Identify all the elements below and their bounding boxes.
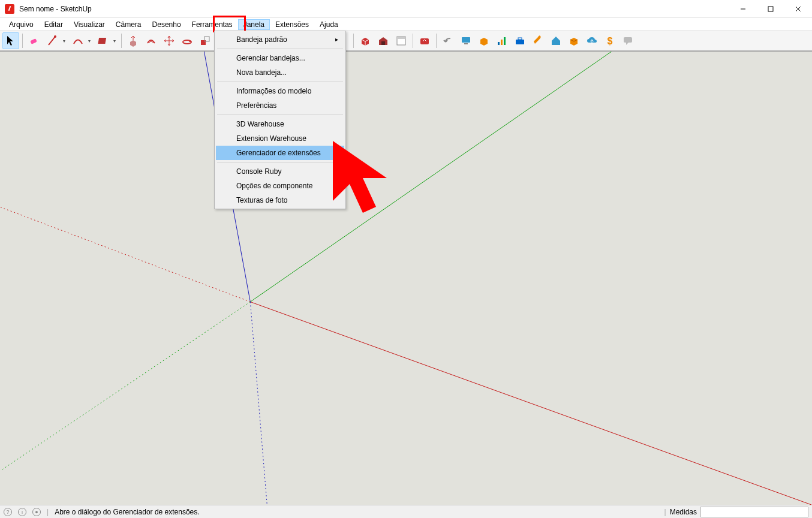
status-separator: | — [47, 508, 49, 516]
toolbar-separator — [121, 34, 122, 48]
menu-item-label: Extension Warehouse — [236, 134, 306, 143]
svg-rect-21 — [462, 37, 470, 43]
svg-rect-27 — [518, 38, 522, 40]
svg-text:$: $ — [608, 36, 613, 46]
tool-tool[interactable] — [530, 32, 546, 49]
tool-move[interactable] — [161, 32, 178, 49]
svg-point-5 — [54, 35, 56, 38]
svg-rect-6 — [98, 38, 106, 44]
menu-ferramentas[interactable]: Ferramentas — [187, 19, 238, 30]
menu-extensoes[interactable]: Extensões — [270, 19, 314, 30]
svg-line-32 — [250, 302, 811, 505]
menu-item-extension-warehouse[interactable]: Extension Warehouse — [216, 131, 344, 146]
toolbar-separator — [436, 34, 437, 48]
menu-camera[interactable]: Câmera — [110, 19, 147, 30]
svg-rect-1 — [768, 7, 773, 11]
svg-line-34 — [1, 302, 250, 471]
menu-item-label: 3D Warehouse — [236, 120, 284, 128]
svg-rect-8 — [201, 40, 206, 45]
menu-janela[interactable]: Janela — [238, 19, 270, 30]
tool-package[interactable] — [476, 32, 492, 49]
menu-separator — [217, 49, 343, 49]
tool-dollar[interactable]: $ — [602, 32, 618, 49]
window-controls — [729, 0, 812, 18]
tool-component[interactable] — [357, 32, 374, 49]
status-geo-icon[interactable]: ● — [32, 508, 41, 516]
tool-scale[interactable] — [197, 32, 213, 49]
tool-eraser[interactable] — [26, 32, 43, 49]
toolbar-separator — [353, 34, 354, 48]
menu-item-bandeja-padrao[interactable]: Bandeja padrão ▸ — [216, 32, 344, 47]
menu-item-console-ruby[interactable]: Console Ruby — [216, 164, 344, 179]
svg-rect-25 — [504, 37, 506, 45]
toolbar-separator — [413, 34, 413, 48]
tool-arc-dropdown[interactable] — [69, 32, 93, 49]
menu-janela-dropdown: Bandeja padrão ▸ Gerenciar bandejas... N… — [214, 31, 346, 209]
menu-arquivo[interactable]: Arquivo — [4, 19, 39, 30]
menu-item-3d-warehouse[interactable]: 3D Warehouse — [216, 117, 344, 131]
tool-monitor[interactable] — [458, 32, 474, 49]
tool-extension-warehouse[interactable] — [416, 32, 433, 49]
tool-undo[interactable] — [440, 32, 456, 49]
menu-item-label: Preferências — [236, 101, 276, 110]
submenu-arrow-icon: ▸ — [335, 36, 338, 43]
menu-item-gerenciar-bandejas[interactable]: Gerenciar bandejas... — [216, 51, 344, 65]
menu-item-label: Bandeja padrão — [236, 35, 287, 44]
menu-item-nova-bandeja[interactable]: Nova bandeja... — [216, 65, 344, 80]
menu-item-label: Gerenciador de extensões — [236, 149, 321, 157]
menu-item-texturas-foto[interactable]: Texturas de foto — [216, 193, 344, 207]
tool-rotate[interactable] — [179, 32, 196, 49]
tool-push-pull[interactable] — [125, 32, 142, 49]
menu-editar[interactable]: Editar — [39, 19, 68, 30]
menu-item-preferencias[interactable]: Preferências — [216, 98, 344, 113]
tool-shape-dropdown[interactable] — [94, 32, 118, 49]
tool-3d-warehouse[interactable] — [375, 32, 392, 49]
svg-rect-19 — [397, 37, 405, 39]
status-message: Abre o diálogo do Gerenciador de extensõ… — [55, 508, 200, 516]
status-separator: | — [664, 508, 666, 516]
tool-toolbox[interactable] — [512, 32, 528, 49]
tool-offset[interactable] — [143, 32, 160, 49]
status-info-icon[interactable]: ? — [4, 508, 12, 516]
tool-chat[interactable] — [619, 32, 636, 49]
menu-item-label: Console Ruby — [236, 167, 281, 176]
viewport-axes — [0, 52, 812, 505]
measure-label: Medidas — [670, 508, 697, 516]
titlebar: Sem nome - SketchUp — [0, 0, 812, 18]
tool-house[interactable] — [548, 32, 564, 49]
minimize-button[interactable] — [729, 0, 757, 18]
tool-layout[interactable] — [393, 32, 410, 49]
viewport-canvas[interactable] — [0, 51, 812, 505]
tool-chart[interactable] — [494, 32, 510, 49]
tool-select[interactable] — [2, 32, 19, 49]
measure-input[interactable] — [700, 507, 808, 517]
svg-rect-29 — [624, 37, 632, 43]
svg-rect-22 — [464, 43, 468, 44]
menu-item-label: Gerenciar bandejas... — [236, 54, 305, 62]
menu-item-label: Opções de componente — [236, 182, 312, 190]
tool-box[interactable] — [566, 32, 582, 49]
menu-item-informacoes-modelo[interactable]: Informações do modelo — [216, 84, 344, 98]
tool-line-dropdown[interactable] — [44, 32, 68, 49]
menu-separator — [217, 82, 343, 82]
menu-visualizar[interactable]: Visualizar — [68, 19, 110, 30]
menu-item-opcoes-componente[interactable]: Opções de componente — [216, 179, 344, 193]
maximize-button[interactable] — [757, 0, 784, 18]
svg-rect-23 — [498, 42, 500, 45]
tool-cloud-upload[interactable] — [584, 32, 600, 49]
menu-separator — [217, 162, 343, 162]
close-button[interactable] — [784, 0, 812, 18]
menu-item-label: Nova bandeja... — [236, 68, 287, 77]
toolbar-separator — [22, 34, 23, 48]
status-user-icon[interactable]: i — [18, 508, 26, 516]
menu-ajuda[interactable]: Ajuda — [314, 19, 344, 30]
menu-item-label: Informações do modelo — [236, 87, 311, 95]
app-icon — [5, 4, 14, 14]
menu-item-label: Texturas de foto — [236, 196, 287, 204]
menu-separator — [217, 115, 343, 115]
menu-desenho[interactable]: Desenho — [147, 19, 187, 30]
svg-line-35 — [1, 207, 250, 302]
status-icons: ? i ● — [4, 508, 41, 516]
svg-rect-24 — [501, 40, 503, 45]
menu-item-gerenciador-extensoes[interactable]: Gerenciador de extensões — [216, 146, 344, 160]
